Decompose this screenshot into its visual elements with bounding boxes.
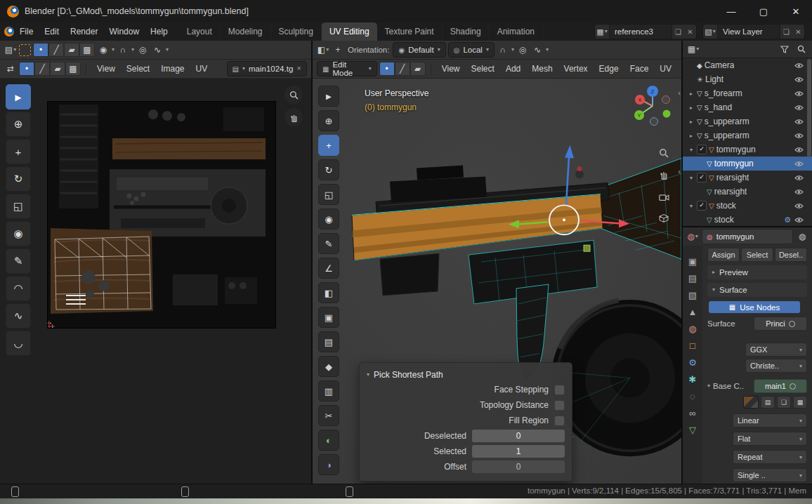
rearsight-checkbox[interactable]: ✓: [697, 173, 707, 183]
browse-image-button[interactable]: ▤: [761, 396, 775, 409]
outliner-row-s-forearm[interactable]: ▸▽s_forearm: [683, 86, 812, 100]
region-toggle-icon[interactable]: ‹: [678, 167, 681, 175]
transform-orientation-dropdown[interactable]: ◉ Default ▾: [393, 42, 445, 58]
modifier-wrench-icon[interactable]: ⚙: [784, 215, 791, 225]
gizmo-toggle-icon[interactable]: +: [332, 44, 344, 56]
active-tool-icon[interactable]: [19, 44, 31, 56]
outliner-row-light[interactable]: ☀Light: [683, 72, 812, 86]
shade-smooth-tool[interactable]: ◐: [318, 430, 339, 451]
data-tab[interactable]: ▽: [689, 425, 696, 435]
workspace-tab-sculpting[interactable]: Sculpting: [271, 22, 322, 41]
viewport-menu-edge[interactable]: Edge: [594, 62, 624, 76]
unlink-image-button[interactable]: ✕: [296, 66, 301, 72]
minimize-button[interactable]: —: [715, 0, 747, 22]
viewport-menu-view[interactable]: View: [436, 62, 466, 76]
selected-field[interactable]: 1: [472, 445, 565, 458]
outliner-scrollbar[interactable]: [807, 59, 811, 157]
outliner-row-tommygun[interactable]: ▽tommygun: [683, 157, 812, 171]
new-image-button[interactable]: ❏: [777, 396, 791, 409]
stock-checkbox[interactable]: ✓: [697, 201, 707, 211]
knife-tool[interactable]: ✂: [318, 405, 339, 426]
view-layer-selector[interactable]: ▧▾ View Layer ❏ ✕: [702, 24, 805, 39]
deselected-field[interactable]: 0: [472, 430, 565, 442]
outliner-editor-type-button[interactable]: ▦ ▾: [687, 43, 700, 55]
assign-button[interactable]: Assign: [707, 248, 740, 262]
fill-region-checkbox[interactable]: [554, 416, 565, 426]
viewport-ortho-button[interactable]: [656, 211, 672, 226]
modifiers-tab[interactable]: ⚙: [688, 358, 697, 367]
pick-shortest-path-panel[interactable]: ▾ Pick Shortest Path Face SteppingTopolo…: [359, 362, 572, 482]
uv-editor-type-button[interactable]: ▤ ▾: [4, 44, 17, 56]
proportional-edit-icon[interactable]: ◎: [516, 44, 529, 56]
viewport-pan-button[interactable]: [656, 167, 672, 183]
dropdown-flat[interactable]: Flat▾: [733, 432, 807, 446]
physics-tab[interactable]: ◌: [690, 392, 695, 401]
menu-help[interactable]: Help: [145, 25, 173, 39]
eye-icon[interactable]: [794, 217, 804, 223]
dropdown-linear[interactable]: Linear▾: [733, 413, 807, 427]
viewport-zoom-button[interactable]: [656, 145, 672, 161]
caret-icon[interactable]: ▾: [688, 203, 695, 209]
outliner-row-camera[interactable]: ◆Camera: [683, 58, 812, 72]
menu-edit[interactable]: Edit: [39, 25, 65, 39]
viewport-menu-select[interactable]: Select: [466, 62, 500, 76]
menu-file[interactable]: File: [14, 25, 39, 39]
image-datablock-selector[interactable]: ▤ ▾ main1024.tg ✕: [227, 61, 307, 77]
workspace-tab-layout[interactable]: Layout: [179, 22, 221, 41]
dropdown-repeat[interactable]: Repeat▾: [733, 450, 807, 464]
material-browse-button[interactable]: ◍ ▾: [686, 230, 699, 243]
pick-shortest-path-header[interactable]: ▾ Pick Shortest Path: [367, 368, 565, 382]
eye-icon[interactable]: [794, 175, 804, 181]
uv-texture-canvas[interactable]: [47, 101, 276, 329]
uv-select-edge-button[interactable]: ╱: [48, 43, 64, 57]
uv-mode-vertex-button[interactable]: •: [19, 62, 34, 76]
move-tool[interactable]: +: [318, 135, 339, 156]
mode-dropdown[interactable]: ▦ Edit Mode ▾: [317, 61, 377, 77]
eye-icon[interactable]: [794, 203, 804, 209]
outliner-row-s-upperarm[interactable]: ▸▽s_upperarm: [683, 114, 812, 128]
uv-mode-face-button[interactable]: ▰: [50, 62, 65, 76]
eye-icon[interactable]: [794, 133, 804, 139]
caret-icon[interactable]: ▸: [688, 105, 695, 111]
unlink-scene-button[interactable]: ✕: [684, 28, 696, 36]
uv-zoom-button[interactable]: [284, 86, 303, 104]
workspace-tab-uv-editing[interactable]: UV Editing: [322, 22, 377, 41]
surface-panel-header[interactable]: ▾ Surface: [707, 283, 807, 297]
maximize-button[interactable]: ▢: [747, 0, 780, 22]
annotate-tool[interactable]: ✎: [318, 233, 339, 254]
subsurface-method-dropdown[interactable]: Christe.. ▾: [745, 359, 807, 373]
remove-view-layer-button[interactable]: ✕: [792, 28, 804, 36]
tommygun-checkbox[interactable]: ✓: [697, 145, 707, 154]
navigation-gizmo[interactable]: Z X Y: [631, 84, 674, 128]
tweak-select-tool[interactable]: ►: [6, 84, 31, 110]
uv-pivot-button[interactable]: ◉: [97, 44, 110, 56]
dropdown-single[interactable]: Single ..▾: [733, 468, 807, 482]
workspace-tab-modeling[interactable]: Modeling: [221, 22, 271, 41]
scene-selector[interactable]: ▦▾ reference3 ❏ ✕: [594, 24, 697, 39]
edge-select-button[interactable]: ╱: [395, 62, 410, 76]
inset-faces-tool[interactable]: ▤: [318, 331, 339, 352]
uv-pan-button[interactable]: [284, 108, 303, 126]
uv-sync-selection-button[interactable]: ⇄: [4, 62, 17, 75]
caret-icon[interactable]: ▾: [688, 147, 695, 153]
outliner-row-rearsight[interactable]: ▽rearsight: [683, 185, 812, 199]
pinch-tool[interactable]: ◡: [6, 331, 31, 356]
uv-editor-body[interactable]: ►⊕+↻◱◉✎◠∿◡: [0, 79, 311, 484]
surface-shader-button[interactable]: Princi: [754, 317, 807, 331]
bevel-tool[interactable]: ◆: [318, 356, 339, 377]
distribution-dropdown[interactable]: GGX ▾: [745, 343, 807, 357]
view-layer-tab[interactable]: ▧: [688, 291, 697, 300]
transform-tool[interactable]: ◉: [318, 208, 339, 230]
rotate-tool[interactable]: ↻: [6, 166, 31, 192]
eye-icon[interactable]: [794, 119, 804, 125]
material-name-field[interactable]: ◍ tommygun: [702, 229, 793, 244]
eye-icon[interactable]: [794, 105, 804, 111]
loop-cut-tool[interactable]: ▥: [318, 380, 339, 402]
extrude-region-tool[interactable]: ▣: [318, 307, 339, 328]
eye-icon[interactable]: [794, 77, 804, 83]
face-select-button[interactable]: ▰: [410, 62, 426, 76]
offset-field[interactable]: 0: [472, 460, 565, 473]
viewport-menu-uv[interactable]: UV: [654, 62, 677, 76]
use-nodes-button[interactable]: ▦ Use Nodes: [709, 301, 800, 313]
world-tab[interactable]: ◍: [688, 324, 696, 333]
